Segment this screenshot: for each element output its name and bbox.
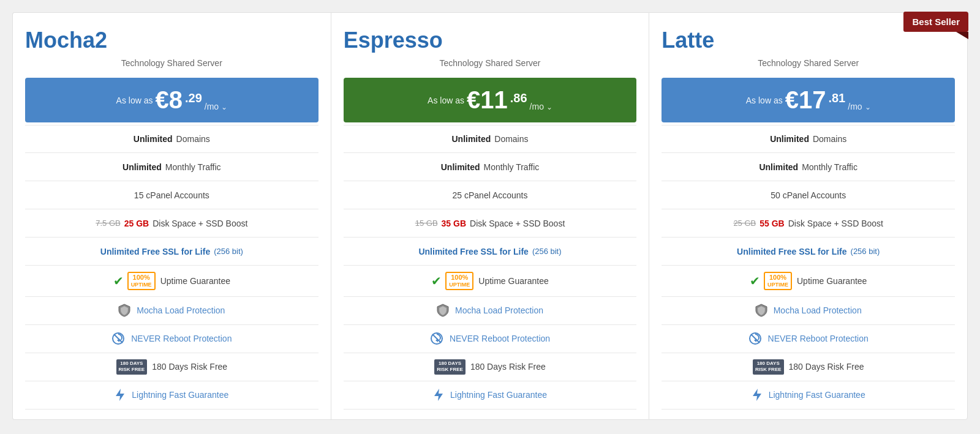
risk-badge: 180 DAYS RISK FREE (116, 359, 148, 375)
feature-text: Domains (494, 134, 528, 144)
svg-marker-2 (116, 389, 124, 401)
never-reboot-icon (748, 332, 762, 345)
disk-old: 7.5 GB (96, 219, 120, 228)
price-box-mocha2[interactable]: As low as €8.29 /mo ⌄ (25, 78, 318, 122)
never-text: NEVER Reboot Protection (450, 334, 550, 343)
price-decimal: .81 (828, 91, 845, 105)
mocha-text: Mocha Load Protection (774, 305, 862, 315)
svg-marker-8 (753, 389, 761, 401)
lightning-icon (115, 388, 126, 402)
feature-item-traffic: Unlimited Monthly Traffic (25, 153, 318, 181)
feature-item-traffic: Unlimited Monthly Traffic (344, 153, 637, 181)
price-suffix: /mo (530, 102, 544, 111)
price-suffix: /mo (205, 102, 219, 111)
feature-item-lightning: Lightning Fast Guarantee (344, 381, 637, 410)
feature-item-cpanel: 25 cPanel Accounts (344, 181, 637, 209)
feature-item-mocha: Mocha Load Protection (25, 297, 318, 325)
feature-item-lightning: Lightning Fast Guarantee (25, 381, 318, 410)
ssl-link[interactable]: Unlimited Free SSL for Life (100, 247, 210, 256)
feature-item-uptime: ✔ 100% UPTIME Uptime Guarantee (662, 266, 955, 297)
plan-title-mocha2: Mocha2 (25, 28, 318, 53)
feature-text: 15 cPanel Accounts (134, 190, 209, 200)
features-list-latte: Unlimited DomainsUnlimited Monthly Traff… (662, 125, 955, 410)
feature-item-lightning: Lightning Fast Guarantee (662, 381, 955, 410)
feature-text: Monthly Traffic (802, 162, 858, 172)
lightning-icon (752, 388, 763, 402)
price-box-espresso[interactable]: As low as €11.86 /mo ⌄ (344, 78, 637, 122)
uptime-badge: 100% UPTIME (764, 272, 792, 290)
never-text: NEVER Reboot Protection (131, 334, 232, 343)
plan-card-espresso: EspressoTechnology Shared Server As low … (331, 12, 649, 420)
feature-item-domains: Unlimited Domains (662, 125, 955, 153)
feature-text: Monthly Traffic (484, 162, 540, 172)
plan-card-latte: Best SellerLatteTechnology Shared Server… (649, 12, 968, 420)
feature-item-uptime: ✔ 100% UPTIME Uptime Guarantee (344, 266, 637, 297)
price-arrow: ⌄ (546, 103, 552, 111)
mocha-text: Mocha Load Protection (455, 305, 543, 315)
price-arrow: ⌄ (865, 103, 871, 111)
price-box-latte[interactable]: As low as €17.81 /mo ⌄ (662, 78, 955, 122)
never-reboot-icon (430, 332, 443, 345)
price-decimal: .86 (510, 91, 527, 105)
uptime-text: Uptime Guarantee (478, 276, 548, 286)
feature-text: Domains (813, 134, 846, 144)
disk-old: 25 GB (733, 219, 756, 228)
shield-icon (755, 304, 767, 317)
feature-item-traffic: Unlimited Monthly Traffic (662, 153, 955, 181)
price-suffix: /mo (848, 102, 862, 111)
never-text: NEVER Reboot Protection (768, 334, 869, 343)
feature-item-domains: Unlimited Domains (25, 125, 318, 153)
feature-item-uptime: ✔ 100% UPTIME Uptime Guarantee (25, 266, 318, 297)
feature-text: Monthly Traffic (165, 162, 221, 172)
lightning-text: Lightning Fast Guarantee (450, 390, 547, 400)
mocha-text: Mocha Load Protection (137, 305, 225, 315)
price-label: As low as (746, 95, 783, 105)
features-list-espresso: Unlimited DomainsUnlimited Monthly Traff… (344, 125, 637, 410)
feature-item-cpanel: 50 cPanel Accounts (662, 181, 955, 209)
uptime-text: Uptime Guarantee (797, 276, 867, 286)
feature-item-disk: 7.5 GB 25 GB Disk Space + SSD Boost (25, 209, 318, 238)
disk-new: 25 GB (124, 219, 149, 228)
ssl-paren: (256 bit) (851, 247, 880, 256)
svg-marker-5 (434, 389, 443, 401)
feature-bold: Unlimited (123, 162, 162, 172)
plan-card-mocha2: Mocha2Technology Shared Server As low as… (12, 12, 331, 420)
feature-item-never: NEVER Reboot Protection (344, 325, 637, 353)
feature-text: Domains (176, 134, 210, 144)
price-main: €11 (467, 86, 508, 114)
lightning-text: Lightning Fast Guarantee (769, 390, 865, 400)
ssl-paren: (256 bit) (214, 247, 243, 256)
feature-bold: Unlimited (770, 134, 809, 144)
check-icon: ✔ (750, 274, 760, 288)
check-icon: ✔ (431, 274, 442, 288)
never-reboot-icon (111, 332, 125, 345)
price-main: €17 (785, 86, 826, 114)
disk-new: 35 GB (442, 219, 466, 228)
shield-icon (118, 304, 130, 317)
price-label: As low as (428, 95, 464, 105)
price-label: As low as (116, 95, 153, 105)
feature-item-ssl: Unlimited Free SSL for Life (256 bit) (25, 238, 318, 266)
feature-item-disk: 25 GB 55 GB Disk Space + SSD Boost (662, 209, 955, 238)
lightning-icon (433, 388, 444, 402)
plans-container: Mocha2Technology Shared Server As low as… (12, 12, 968, 420)
price-main: €8 (155, 86, 183, 114)
disk-text: Disk Space + SSD Boost (470, 219, 565, 228)
risk-text: 180 Days Risk Free (789, 362, 864, 372)
plan-title-espresso: Espresso (344, 28, 637, 53)
ssl-link[interactable]: Unlimited Free SSL for Life (737, 247, 846, 256)
feature-item-disk: 15 GB 35 GB Disk Space + SSD Boost (344, 209, 637, 238)
ssl-paren: (256 bit) (532, 247, 562, 256)
uptime-badge: 100% UPTIME (127, 272, 156, 290)
risk-badge: 180 DAYS RISK FREE (753, 359, 784, 375)
best-seller-badge: Best Seller (903, 12, 968, 32)
feature-bold: Unlimited (441, 162, 480, 172)
lightning-text: Lightning Fast Guarantee (132, 390, 228, 400)
ssl-link[interactable]: Unlimited Free SSL for Life (418, 247, 528, 256)
feature-text: 50 cPanel Accounts (771, 190, 846, 200)
feature-bold: Unlimited (134, 134, 173, 144)
feature-item-risk: 180 DAYS RISK FREE 180 Days Risk Free (25, 353, 318, 381)
disk-text: Disk Space + SSD Boost (153, 219, 247, 228)
feature-item-risk: 180 DAYS RISK FREE 180 Days Risk Free (344, 353, 637, 381)
feature-bold: Unlimited (451, 134, 491, 144)
